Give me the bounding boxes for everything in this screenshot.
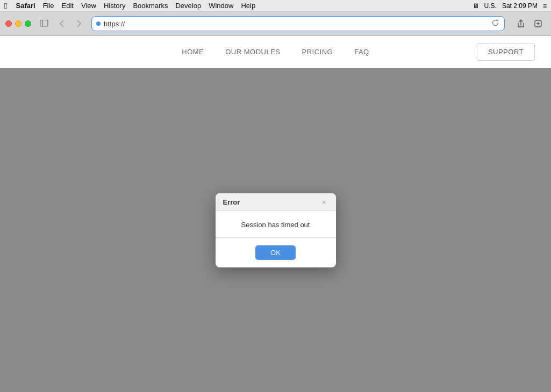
menu-history[interactable]: History — [104, 2, 125, 10]
reload-button[interactable] — [491, 19, 500, 28]
fullscreen-button[interactable] — [25, 20, 31, 27]
browser-chrome: https:// — [0, 12, 551, 36]
modal-title: Error — [223, 198, 240, 206]
menubar-right: 🖥 U.S. Sat 2:09 PM ≡ — [473, 2, 547, 10]
toolbar-actions — [513, 16, 546, 31]
website-content: HOME OUR MODULES PRICING FAQ SUPPORT Err… — [0, 36, 551, 392]
apple-menu[interactable]:  — [4, 1, 7, 10]
menu-view[interactable]: View — [81, 2, 96, 10]
menu-help[interactable]: Help — [241, 2, 255, 10]
modal-header: Error × — [216, 193, 336, 211]
menu-bookmarks[interactable]: Bookmarks — [133, 2, 168, 10]
nav-our-modules[interactable]: OUR MODULES — [225, 48, 280, 56]
traffic-lights — [5, 20, 31, 27]
secure-icon — [96, 21, 101, 26]
menu-file[interactable]: File — [43, 2, 54, 10]
back-button[interactable] — [55, 17, 69, 31]
url-bar[interactable]: https:// — [91, 16, 505, 31]
support-button[interactable]: SUPPORT — [477, 43, 535, 61]
nav-faq[interactable]: FAQ — [354, 48, 369, 56]
display-icon: 🖥 — [473, 2, 479, 10]
menu-window[interactable]: Window — [209, 2, 233, 10]
menu-bar:  Safari File Edit View History Bookmark… — [0, 0, 551, 12]
menu-develop[interactable]: Develop — [175, 2, 201, 10]
modal-body: Session has timed out OK — [216, 211, 336, 267]
modal-overlay: Error × Session has timed out OK — [0, 68, 551, 392]
url-text[interactable]: https:// — [104, 20, 491, 28]
nav-home[interactable]: HOME — [182, 48, 204, 56]
close-button[interactable] — [5, 20, 12, 27]
menu-extras-icon: ≡ — [543, 2, 547, 10]
nav-links: HOME OUR MODULES PRICING FAQ — [182, 48, 369, 56]
modal-ok-button[interactable]: OK — [255, 245, 296, 260]
minimize-button[interactable] — [15, 20, 22, 27]
error-modal: Error × Session has timed out OK — [216, 193, 336, 267]
menu-edit[interactable]: Edit — [62, 2, 74, 10]
nav-pricing[interactable]: PRICING — [302, 48, 333, 56]
modal-message: Session has timed out — [223, 221, 328, 229]
modal-divider — [216, 237, 336, 238]
site-content-area: Error × Session has timed out OK — [0, 68, 551, 392]
menu-safari[interactable]: Safari — [16, 2, 35, 10]
svg-rect-0 — [40, 20, 48, 26]
browser-toolbar: https:// — [0, 12, 551, 35]
modal-close-button[interactable]: × — [320, 198, 328, 206]
share-button[interactable] — [513, 16, 528, 31]
new-tab-button[interactable] — [531, 16, 546, 31]
sidebar-toggle-button[interactable] — [38, 17, 52, 31]
site-nav: HOME OUR MODULES PRICING FAQ SUPPORT — [0, 36, 551, 68]
region-text: U.S. — [484, 2, 497, 10]
clock-text: Sat 2:09 PM — [502, 2, 538, 10]
forward-button[interactable] — [72, 17, 86, 31]
